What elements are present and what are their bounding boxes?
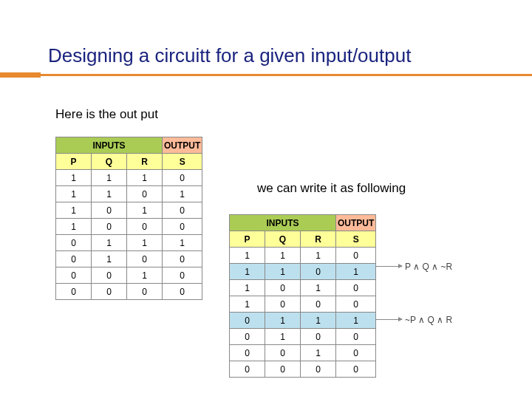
- table-row: 1110: [230, 248, 376, 264]
- divider: [0, 74, 532, 76]
- table1-inputs-header: INPUTS: [56, 137, 163, 154]
- table2-col-S: S: [336, 231, 376, 248]
- table-row: 0000: [56, 284, 202, 300]
- table-row: 1000: [230, 296, 376, 313]
- subtitle-text: Here is the out put: [55, 107, 158, 122]
- table1-col-S: S: [163, 154, 202, 170]
- table-row: 0010: [56, 267, 202, 284]
- table-row: 0010: [230, 345, 376, 361]
- arrow-icon: [375, 266, 402, 267]
- arrow-icon: [375, 319, 402, 320]
- annotation-expr-2: ~P ∧ Q ∧ R: [405, 315, 452, 325]
- table-row: 1110: [56, 170, 202, 186]
- table2-col-Q: Q: [265, 231, 301, 248]
- table1-col-R: R: [127, 154, 163, 170]
- table1-col-Q: Q: [92, 154, 127, 170]
- table-row: 1010: [56, 202, 202, 219]
- table-row: 0100: [56, 251, 202, 267]
- table2-col-P: P: [230, 231, 265, 248]
- table-row: 1101: [230, 264, 376, 280]
- table2-output-header: OUTPUT: [336, 215, 376, 231]
- divider-stub: [0, 72, 41, 78]
- table2-col-R: R: [301, 231, 336, 248]
- table-row: 0100: [230, 329, 376, 345]
- page-title: Designing a circuitt for a given input/o…: [48, 44, 411, 66]
- table-row: 1101: [56, 186, 202, 202]
- annotation-expr-1: P ∧ Q ∧ ~R: [405, 262, 452, 272]
- caption-text: we can write it as following: [257, 181, 406, 196]
- table-row: 0111: [56, 235, 202, 251]
- table-row: 0000: [230, 361, 376, 378]
- table1-output-header: OUTPUT: [163, 137, 202, 154]
- table-row: 0111: [230, 313, 376, 329]
- table-row: 1010: [230, 280, 376, 296]
- truth-table-1: INPUTS OUTPUT P Q R S 1110 1101 1010 100…: [55, 137, 202, 300]
- table-row: 1000: [56, 219, 202, 235]
- table2-inputs-header: INPUTS: [230, 215, 336, 231]
- truth-table-2: INPUTS OUTPUT P Q R S 1110 1101 1010 100…: [229, 214, 376, 378]
- table1-col-P: P: [56, 154, 92, 170]
